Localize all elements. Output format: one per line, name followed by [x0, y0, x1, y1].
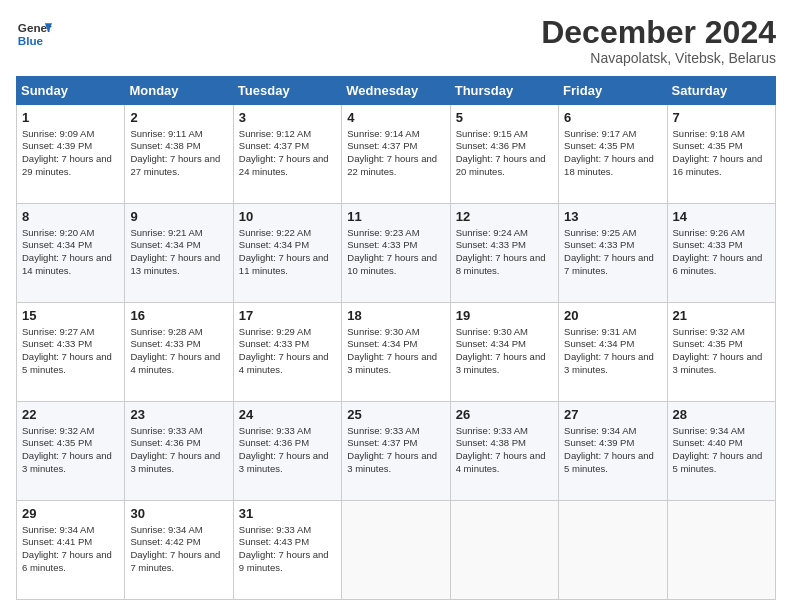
- day-number: 5: [456, 109, 553, 127]
- week-row-3: 15Sunrise: 9:27 AMSunset: 4:33 PMDayligh…: [17, 303, 776, 402]
- sunset-text: Sunset: 4:36 PM: [130, 437, 200, 448]
- sunset-text: Sunset: 4:35 PM: [564, 140, 634, 151]
- day-number: 30: [130, 505, 227, 523]
- calendar-cell: 11Sunrise: 9:23 AMSunset: 4:33 PMDayligh…: [342, 204, 450, 303]
- daylight-text: Daylight: 7 hours and 4 minutes.: [239, 351, 329, 375]
- day-header-tuesday: Tuesday: [233, 77, 341, 105]
- calendar-cell: 3Sunrise: 9:12 AMSunset: 4:37 PMDaylight…: [233, 105, 341, 204]
- sunrise-text: Sunrise: 9:33 AM: [239, 524, 311, 535]
- daylight-text: Daylight: 7 hours and 10 minutes.: [347, 252, 437, 276]
- week-row-5: 29Sunrise: 9:34 AMSunset: 4:41 PMDayligh…: [17, 501, 776, 600]
- day-number: 2: [130, 109, 227, 127]
- sunrise-text: Sunrise: 9:24 AM: [456, 227, 528, 238]
- sunset-text: Sunset: 4:35 PM: [673, 140, 743, 151]
- day-number: 4: [347, 109, 444, 127]
- day-number: 3: [239, 109, 336, 127]
- sunset-text: Sunset: 4:34 PM: [347, 338, 417, 349]
- sunset-text: Sunset: 4:42 PM: [130, 536, 200, 547]
- sunrise-text: Sunrise: 9:34 AM: [22, 524, 94, 535]
- daylight-text: Daylight: 7 hours and 13 minutes.: [130, 252, 220, 276]
- calendar-cell: 12Sunrise: 9:24 AMSunset: 4:33 PMDayligh…: [450, 204, 558, 303]
- sunrise-text: Sunrise: 9:33 AM: [239, 425, 311, 436]
- sunrise-text: Sunrise: 9:11 AM: [130, 128, 202, 139]
- calendar-cell: 8Sunrise: 9:20 AMSunset: 4:34 PMDaylight…: [17, 204, 125, 303]
- calendar-cell: [450, 501, 558, 600]
- daylight-text: Daylight: 7 hours and 4 minutes.: [456, 450, 546, 474]
- day-number: 22: [22, 406, 119, 424]
- sunset-text: Sunset: 4:33 PM: [564, 239, 634, 250]
- sunset-text: Sunset: 4:33 PM: [673, 239, 743, 250]
- calendar-cell: 15Sunrise: 9:27 AMSunset: 4:33 PMDayligh…: [17, 303, 125, 402]
- daylight-text: Daylight: 7 hours and 4 minutes.: [130, 351, 220, 375]
- calendar-cell: 4Sunrise: 9:14 AMSunset: 4:37 PMDaylight…: [342, 105, 450, 204]
- calendar-cell: 29Sunrise: 9:34 AMSunset: 4:41 PMDayligh…: [17, 501, 125, 600]
- daylight-text: Daylight: 7 hours and 29 minutes.: [22, 153, 112, 177]
- sunset-text: Sunset: 4:33 PM: [130, 338, 200, 349]
- calendar-cell: 2Sunrise: 9:11 AMSunset: 4:38 PMDaylight…: [125, 105, 233, 204]
- sunset-text: Sunset: 4:34 PM: [564, 338, 634, 349]
- sunrise-text: Sunrise: 9:34 AM: [130, 524, 202, 535]
- daylight-text: Daylight: 7 hours and 14 minutes.: [22, 252, 112, 276]
- page: General Blue December 2024 Navapolatsk, …: [0, 0, 792, 612]
- sunset-text: Sunset: 4:34 PM: [456, 338, 526, 349]
- sunrise-text: Sunrise: 9:32 AM: [22, 425, 94, 436]
- sunset-text: Sunset: 4:33 PM: [347, 239, 417, 250]
- daylight-text: Daylight: 7 hours and 18 minutes.: [564, 153, 654, 177]
- day-number: 1: [22, 109, 119, 127]
- calendar-cell: 31Sunrise: 9:33 AMSunset: 4:43 PMDayligh…: [233, 501, 341, 600]
- logo: General Blue: [16, 16, 52, 56]
- sunset-text: Sunset: 4:34 PM: [22, 239, 92, 250]
- daylight-text: Daylight: 7 hours and 3 minutes.: [130, 450, 220, 474]
- sunrise-text: Sunrise: 9:12 AM: [239, 128, 311, 139]
- day-header-friday: Friday: [559, 77, 667, 105]
- day-header-monday: Monday: [125, 77, 233, 105]
- daylight-text: Daylight: 7 hours and 7 minutes.: [130, 549, 220, 573]
- calendar-cell: 30Sunrise: 9:34 AMSunset: 4:42 PMDayligh…: [125, 501, 233, 600]
- calendar-cell: 5Sunrise: 9:15 AMSunset: 4:36 PMDaylight…: [450, 105, 558, 204]
- sunset-text: Sunset: 4:43 PM: [239, 536, 309, 547]
- sunrise-text: Sunrise: 9:32 AM: [673, 326, 745, 337]
- day-number: 17: [239, 307, 336, 325]
- day-number: 19: [456, 307, 553, 325]
- calendar-cell: 16Sunrise: 9:28 AMSunset: 4:33 PMDayligh…: [125, 303, 233, 402]
- sunrise-text: Sunrise: 9:34 AM: [564, 425, 636, 436]
- sunset-text: Sunset: 4:34 PM: [239, 239, 309, 250]
- daylight-text: Daylight: 7 hours and 5 minutes.: [22, 351, 112, 375]
- sunset-text: Sunset: 4:41 PM: [22, 536, 92, 547]
- day-number: 16: [130, 307, 227, 325]
- sunset-text: Sunset: 4:33 PM: [456, 239, 526, 250]
- day-header-wednesday: Wednesday: [342, 77, 450, 105]
- sunset-text: Sunset: 4:39 PM: [22, 140, 92, 151]
- sunset-text: Sunset: 4:38 PM: [456, 437, 526, 448]
- sunset-text: Sunset: 4:38 PM: [130, 140, 200, 151]
- daylight-text: Daylight: 7 hours and 8 minutes.: [456, 252, 546, 276]
- daylight-text: Daylight: 7 hours and 3 minutes.: [22, 450, 112, 474]
- sunset-text: Sunset: 4:39 PM: [564, 437, 634, 448]
- calendar-cell: 13Sunrise: 9:25 AMSunset: 4:33 PMDayligh…: [559, 204, 667, 303]
- calendar-cell: 28Sunrise: 9:34 AMSunset: 4:40 PMDayligh…: [667, 402, 775, 501]
- sunrise-text: Sunrise: 9:15 AM: [456, 128, 528, 139]
- sunset-text: Sunset: 4:35 PM: [22, 437, 92, 448]
- day-number: 25: [347, 406, 444, 424]
- day-number: 11: [347, 208, 444, 226]
- sunrise-text: Sunrise: 9:33 AM: [130, 425, 202, 436]
- calendar-cell: 14Sunrise: 9:26 AMSunset: 4:33 PMDayligh…: [667, 204, 775, 303]
- day-number: 10: [239, 208, 336, 226]
- sunset-text: Sunset: 4:35 PM: [673, 338, 743, 349]
- sunrise-text: Sunrise: 9:30 AM: [456, 326, 528, 337]
- calendar: SundayMondayTuesdayWednesdayThursdayFrid…: [16, 76, 776, 600]
- sunrise-text: Sunrise: 9:09 AM: [22, 128, 94, 139]
- day-number: 21: [673, 307, 770, 325]
- day-number: 8: [22, 208, 119, 226]
- calendar-cell: [667, 501, 775, 600]
- sunrise-text: Sunrise: 9:22 AM: [239, 227, 311, 238]
- sunset-text: Sunset: 4:37 PM: [347, 140, 417, 151]
- daylight-text: Daylight: 7 hours and 3 minutes.: [456, 351, 546, 375]
- calendar-cell: 22Sunrise: 9:32 AMSunset: 4:35 PMDayligh…: [17, 402, 125, 501]
- sunrise-text: Sunrise: 9:34 AM: [673, 425, 745, 436]
- daylight-text: Daylight: 7 hours and 3 minutes.: [347, 450, 437, 474]
- sunrise-text: Sunrise: 9:14 AM: [347, 128, 419, 139]
- sunrise-text: Sunrise: 9:21 AM: [130, 227, 202, 238]
- sunrise-text: Sunrise: 9:29 AM: [239, 326, 311, 337]
- sunrise-text: Sunrise: 9:30 AM: [347, 326, 419, 337]
